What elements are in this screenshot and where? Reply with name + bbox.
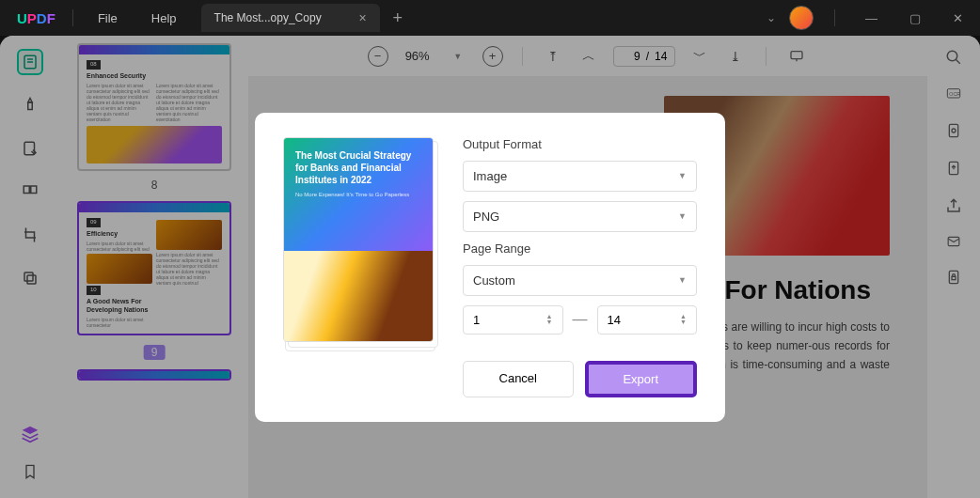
tab-title: The Most...opy_Copy [214,11,356,24]
document-tab[interactable]: The Most...opy_Copy × [201,4,380,32]
dropdown-icon: ▼ [678,171,687,180]
app-logo: UPDF [8,10,65,26]
dropdown-icon: ▼ [678,211,687,221]
menu-help[interactable]: Help [134,11,194,25]
preview-subtitle: No More Expenses! It's Time to Go Paperl… [295,192,421,197]
export-modal: The Most Crucial Strategy for Banks and … [255,113,725,422]
output-format-label: Output Format [463,137,697,151]
range-to-input[interactable]: ▲▼ [597,305,698,335]
output-format-select[interactable]: Image▼ [463,161,697,192]
modal-overlay: The Most Crucial Strategy for Banks and … [0,36,980,498]
page-range-select[interactable]: Custom▼ [463,265,697,296]
cancel-button[interactable]: Cancel [463,361,574,397]
menu-file[interactable]: File [81,11,134,25]
range-from-field[interactable] [473,313,511,327]
tab-close-icon[interactable]: × [355,10,370,25]
range-separator: — [573,311,588,328]
range-from-input[interactable]: ▲▼ [463,305,563,335]
maximize-button[interactable]: ▢ [900,11,930,25]
close-button[interactable]: ✕ [943,11,972,25]
image-type-select[interactable]: PNG▼ [463,201,697,232]
spinner-icon[interactable]: ▲▼ [680,314,687,324]
spinner-icon[interactable]: ▲▼ [546,314,553,324]
new-tab-button[interactable]: + [380,8,417,28]
chevron-down-icon[interactable]: ⌄ [767,11,776,24]
user-avatar[interactable] [789,6,814,30]
minimize-button[interactable]: — [856,11,887,25]
range-to-field[interactable] [608,313,645,327]
preview-title: The Most Crucial Strategy for Banks and … [295,149,421,186]
export-button[interactable]: Export [585,361,698,397]
dropdown-icon: ▼ [678,275,687,285]
export-preview: The Most Crucial Strategy for Banks and … [283,137,438,397]
page-range-label: Page Range [463,241,697,256]
